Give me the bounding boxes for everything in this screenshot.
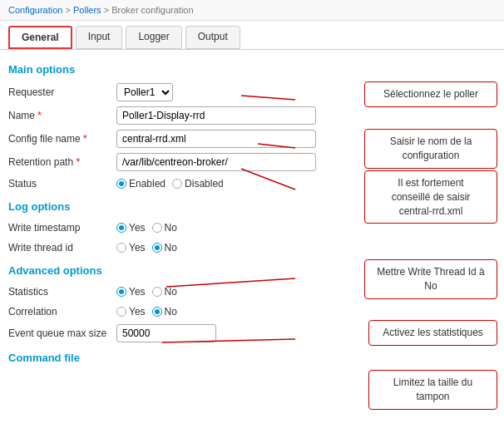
requester-value: Poller1 Poller2 [116,83,173,101]
correlation-radio: Yes No [116,306,177,317]
statistics-no-dot [152,287,162,297]
statistics-label: Statistics [8,286,116,298]
timestamp-yes-label: Yes [129,222,146,234]
statistics-no[interactable]: No [152,286,177,298]
correlation-label: Correlation [8,306,116,317]
requester-label: Requester [8,86,116,98]
tooltip-stats: Activez les statistiques [368,320,497,346]
write-timestamp-radio: Yes No [116,222,177,234]
breadcrumb-pollers[interactable]: Pollers [73,5,101,15]
timestamp-yes-dot [116,223,126,233]
field-write-thread: Write thread id Yes No [8,238,496,258]
status-enabled-dot [116,179,126,189]
tooltip-queue: Limitez la taille dutampon [368,370,497,410]
status-disabled-label: Disabled [185,178,224,190]
correlation-no-label: No [165,306,177,317]
event-queue-label: Event queue max size [8,327,116,339]
timestamp-no-label: No [165,222,177,234]
status-enabled-label: Enabled [129,178,166,190]
status-radio-group: Enabled Disabled [116,178,224,190]
tab-logger[interactable]: Logger [126,26,181,49]
tooltip-config: Il est fortementconseillé de saisircentr… [364,170,497,224]
tab-output[interactable]: Output [185,26,240,49]
statistics-yes[interactable]: Yes [116,286,146,298]
thread-yes-dot [116,243,126,253]
status-disabled[interactable]: Disabled [172,178,224,190]
status-disabled-dot [172,179,182,189]
timestamp-no[interactable]: No [152,222,177,234]
breadcrumb-configuration[interactable]: Configuration [8,5,62,15]
correlation-yes-dot [116,307,126,317]
main-content: Sélectionnez le poller Saisir le nom de … [0,50,504,376]
breadcrumb: Configuration > Pollers > Broker configu… [0,0,504,21]
statistics-radio: Yes No [116,286,177,298]
retention-path-label: Retention path * [8,156,116,168]
thread-no-label: No [165,242,177,253]
retention-path-value [116,153,316,171]
retention-path-input[interactable] [116,153,316,171]
name-input[interactable] [116,106,316,125]
name-label: Name * [8,110,116,121]
write-thread-radio: Yes No [116,242,177,253]
config-file-value [116,130,316,148]
main-options-title: Main options [8,63,496,76]
statistics-no-label: No [165,286,177,298]
status-enabled[interactable]: Enabled [116,178,166,190]
thread-no[interactable]: No [152,242,177,253]
tab-input[interactable]: Input [76,26,123,49]
tooltip-poller: Sélectionnez le poller [364,81,497,107]
timestamp-yes[interactable]: Yes [116,222,146,234]
timestamp-no-dot [152,223,162,233]
correlation-yes[interactable]: Yes [116,306,146,317]
field-name: Name * [8,104,496,127]
event-queue-input[interactable] [116,324,216,342]
write-thread-label: Write thread id [8,242,116,253]
name-value [116,106,316,125]
thread-yes-label: Yes [129,242,146,253]
field-correlation: Correlation Yes No [8,302,496,322]
write-timestamp-label: Write timestamp [8,222,116,234]
config-file-input[interactable] [116,130,316,148]
correlation-no[interactable]: No [152,306,177,317]
tab-bar: General Input Logger Output [0,21,504,50]
thread-no-dot [152,243,162,253]
correlation-no-dot [152,307,162,317]
correlation-yes-label: Yes [129,306,146,317]
tooltip-name: Saisir le nom de laconfiguration [364,129,497,169]
statistics-yes-label: Yes [129,286,146,298]
tab-general[interactable]: General [8,26,72,49]
event-queue-value [116,324,216,342]
config-file-label: Config file name * [8,133,116,145]
tooltip-thread: Mettre Write Thread Id àNo [364,259,497,299]
thread-yes[interactable]: Yes [116,242,146,253]
statistics-yes-dot [116,287,126,297]
command-file-title: Command file [8,352,496,364]
section-command-file: Command file [8,352,496,364]
breadcrumb-current: Broker configuration [111,5,193,15]
requester-select[interactable]: Poller1 Poller2 [116,83,173,101]
status-label: Status [8,178,116,190]
